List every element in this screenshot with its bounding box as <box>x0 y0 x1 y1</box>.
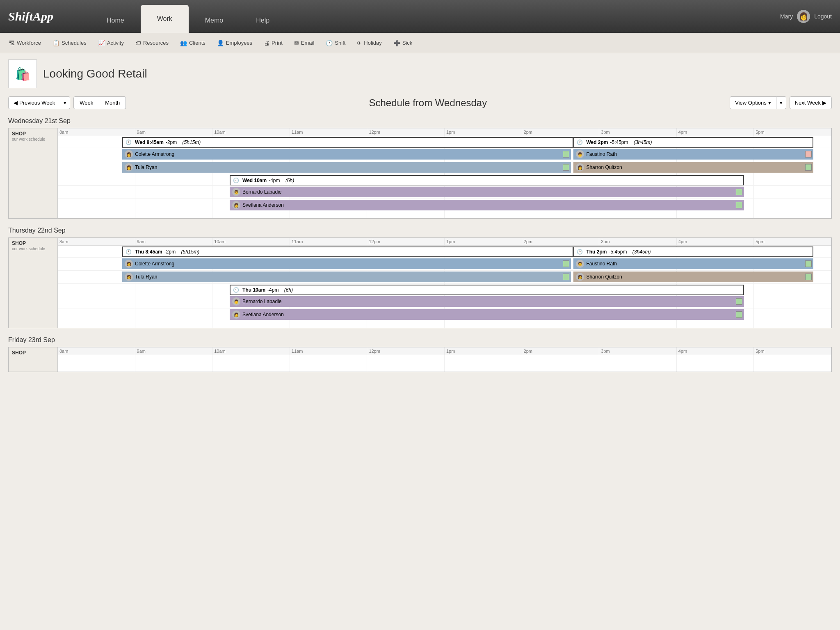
nav-shift[interactable]: 🕐 Shift <box>321 37 350 49</box>
nav-schedules[interactable]: 📋 Schedules <box>48 37 91 49</box>
wednesday-schedule-body: 🕐 Wed 8:45am-2pm (5h15m) 🕑 Wed 2pm-5:45p… <box>58 136 831 218</box>
time-1pm-wed: 1pm <box>445 128 522 136</box>
nav-email[interactable]: ✉ Email <box>289 37 320 49</box>
main-content: 🛍️ Looking Good Retail ◀ Previous Week ▾… <box>0 53 840 386</box>
time-2pm-wed: 2pm <box>522 128 600 136</box>
wed-bernardo-block[interactable]: 👨 Bernardo Labadie <box>230 187 744 197</box>
day-header-wednesday: Wednesday 21st Sep <box>8 117 832 125</box>
shop-label-fri: SHOP <box>12 350 54 356</box>
bernardo-check-thu[interactable] <box>736 298 742 305</box>
tula-check-thu[interactable] <box>563 274 569 280</box>
time-10am-wed: 10am <box>212 128 290 136</box>
friday-timeline: 8am 9am 10am 11am 12pm 1pm 2pm 3pm 4pm 5… <box>58 347 831 372</box>
our-work-label-thu: our work schedule <box>12 246 54 251</box>
view-options-chevron-icon: ▾ <box>780 100 783 106</box>
previous-week-button[interactable]: ◀ Previous Week <box>8 96 60 109</box>
thu-afternoon-time-block[interactable]: 🕑 Thu 2pm-5:45pm (3h45m) <box>573 247 813 257</box>
time-11am-wed: 11am <box>290 128 368 136</box>
svetlana-name-wed: Svetlana Anderson <box>242 202 284 208</box>
thu-faustino-block[interactable]: 👨 Faustino Rath <box>573 258 813 269</box>
view-options-button[interactable]: View Options ▾ <box>730 96 776 109</box>
thu-bernardo-block[interactable]: 👨 Bernardo Labadie <box>230 296 744 307</box>
our-work-label-wed: our work schedule <box>12 137 54 142</box>
logout-button[interactable]: Logout <box>814 13 832 20</box>
shift-icon: 🕐 <box>326 40 333 46</box>
thu-svetlana-block[interactable]: 👩 Svetlana Anderson <box>230 309 744 320</box>
wed-sharron-block[interactable]: 👩 Sharron Quitzon <box>573 162 813 173</box>
schedule-title: Schedule from Wednesday <box>126 97 730 109</box>
week-view-button[interactable]: Week <box>73 96 99 109</box>
month-view-button[interactable]: Month <box>99 96 126 109</box>
wed-midday-time-block[interactable]: 🕙 Wed 10am-4pm (6h) <box>230 175 744 186</box>
tula-name-thu: Tula Ryan <box>135 274 157 280</box>
tab-help[interactable]: Help <box>240 8 286 33</box>
clock-icon-wed-morning: 🕐 <box>126 139 132 145</box>
thu-colette-block[interactable]: 👩 Colette Armstrong <box>122 258 571 269</box>
wed-svetlana-block[interactable]: 👩 Svetlana Anderson <box>230 200 744 210</box>
wed-morning-header-row: 🕐 Wed 8:45am-2pm (5h15m) 🕑 Wed 2pm-5:45p… <box>58 136 831 148</box>
time-8am-fri: 8am <box>58 347 135 355</box>
bernardo-name-thu: Bernardo Labadie <box>242 299 281 304</box>
friday-schedule-body <box>58 355 831 372</box>
nav-sick[interactable]: ➕ Sick <box>388 37 418 49</box>
time-9am-thu: 9am <box>135 238 213 245</box>
bernardo-check-wed[interactable] <box>736 189 742 195</box>
time-5pm-fri: 5pm <box>754 347 831 355</box>
sharron-check-thu[interactable] <box>805 274 812 280</box>
time-9am-fri: 9am <box>135 347 213 355</box>
shop-label-thu: SHOP <box>12 240 54 246</box>
nav-employees[interactable]: 👤 Employees <box>212 37 257 49</box>
schedules-icon: 📋 <box>52 40 59 46</box>
day-section-thursday: Thursday 22nd Sep SHOP our work schedule… <box>8 227 832 328</box>
wed-svetlana-row: 👩 Svetlana Anderson <box>58 199 831 212</box>
faustino-check-thu[interactable] <box>805 260 812 267</box>
thu-morning-time-block[interactable]: 🕐 Thu 8:45am-2pm (5h15m) <box>122 247 573 257</box>
next-arrow-icon: ▶ <box>822 100 826 106</box>
nav-activity[interactable]: 📈 Activity <box>93 37 129 49</box>
nav-workforce[interactable]: 🏗 Workforce <box>4 37 46 49</box>
sharron-name-wed: Sharron Quitzon <box>586 164 622 170</box>
time-1pm-fri: 1pm <box>445 347 522 355</box>
thursday-schedule: SHOP our work schedule 8am 9am 10am 11am… <box>8 237 832 328</box>
nav-clients[interactable]: 👥 Clients <box>175 37 210 49</box>
tula-check-wed[interactable] <box>563 164 569 171</box>
faustino-name-wed: Faustino Rath <box>586 151 617 157</box>
colette-check-thu[interactable] <box>563 260 569 267</box>
tab-home[interactable]: Home <box>90 8 141 33</box>
clock-icon-thu-afternoon: 🕑 <box>577 249 583 255</box>
clock-icon-wed-midday: 🕙 <box>233 178 239 183</box>
time-3pm-wed: 3pm <box>599 128 677 136</box>
sharron-check-wed[interactable] <box>805 164 812 171</box>
svetlana-check-wed[interactable] <box>736 202 742 208</box>
next-week-button[interactable]: Next Week ▶ <box>790 96 832 109</box>
wed-tula-block[interactable]: 👩 Tula Ryan <box>122 162 571 173</box>
thu-sharron-block[interactable]: 👩 Sharron Quitzon <box>573 272 813 282</box>
vertical-grid-fri <box>58 355 831 372</box>
friday-schedule: SHOP 8am 9am 10am 11am 12pm 1pm 2pm 3pm … <box>8 347 832 372</box>
wed-faustino-block[interactable]: 👨 Faustino Rath <box>573 149 813 160</box>
wed-colette-block[interactable]: 👩 Colette Armstrong <box>122 149 571 160</box>
wed-morning-time-block[interactable]: 🕐 Wed 8:45am-2pm (5h15m) <box>122 137 573 148</box>
time-1pm-thu: 1pm <box>445 238 522 245</box>
nav-print[interactable]: 🖨 Print <box>259 37 288 49</box>
tula-avatar-thu: 👩 <box>125 273 133 281</box>
time-header-thu: 8am 9am 10am 11am 12pm 1pm 2pm 3pm 4pm 5… <box>58 238 831 246</box>
wed-colette-row: 👩 Colette Armstrong 👨 Faustino Rath <box>58 148 831 161</box>
left-controls: ◀ Previous Week ▾ Week Month <box>8 96 126 109</box>
colette-check-wed[interactable] <box>563 151 569 158</box>
thu-bernardo-row: 👨 Bernardo Labadie <box>58 295 831 308</box>
wed-afternoon-time-block[interactable]: 🕑 Wed 2pm-5:45pm (3h45m) <box>573 137 813 148</box>
faustino-check-wed[interactable] <box>805 151 812 158</box>
svetlana-check-thu[interactable] <box>736 311 742 318</box>
prev-dropdown-button[interactable]: ▾ <box>60 96 70 109</box>
view-options-dropdown[interactable]: ▾ <box>776 96 786 109</box>
thu-tula-block[interactable]: 👩 Tula Ryan <box>122 272 571 282</box>
tab-work[interactable]: Work <box>141 5 189 33</box>
tab-memo[interactable]: Memo <box>189 8 240 33</box>
thu-midday-time-block[interactable]: 🕙 Thu 10am-4pm (6h) <box>230 285 744 295</box>
colette-name-thu: Colette Armstrong <box>135 261 174 267</box>
nav-holiday[interactable]: ✈ Holiday <box>352 37 386 49</box>
print-icon: 🖨 <box>264 40 269 46</box>
chevron-down-icon: ▾ <box>64 100 66 106</box>
nav-resources[interactable]: 🏷 Resources <box>130 37 173 49</box>
